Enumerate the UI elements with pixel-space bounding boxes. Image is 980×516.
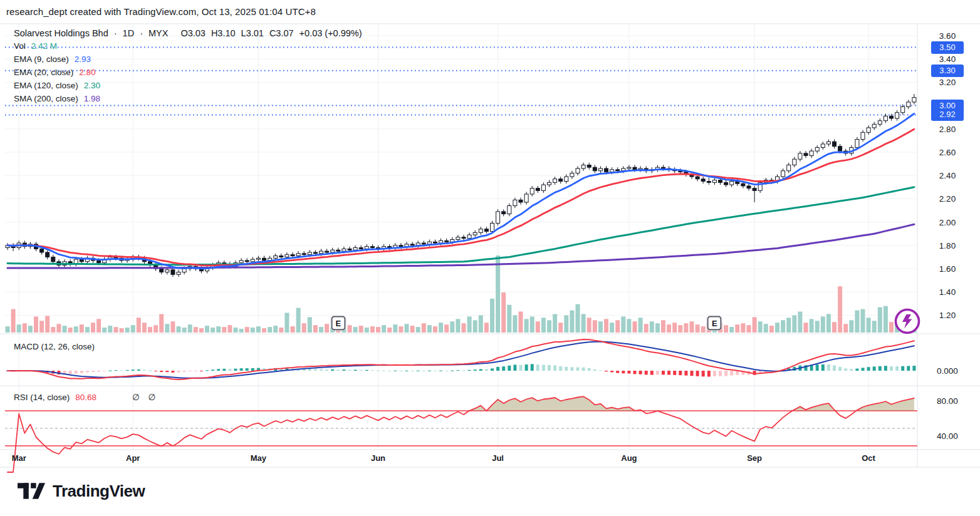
macd-line xyxy=(8,339,914,379)
volume-bar xyxy=(519,312,523,333)
tradingview-logo[interactable]: TradingView xyxy=(18,480,145,502)
volume-bar xyxy=(501,292,506,333)
earnings-event-badge[interactable]: E xyxy=(331,316,345,331)
volume-bar xyxy=(154,325,158,333)
macd-histogram-bar xyxy=(171,371,174,373)
candle-body xyxy=(536,188,540,191)
macd-histogram-bar xyxy=(645,371,648,374)
candle-body xyxy=(787,165,791,170)
time-axis-month-label: Jul xyxy=(492,453,504,463)
macd-histogram-bar xyxy=(907,366,910,371)
time-axis-month-label: Oct xyxy=(862,453,875,463)
volume-bar xyxy=(382,325,386,333)
volume-bar xyxy=(678,325,682,333)
candle-body xyxy=(263,258,266,261)
price-tick-label: 1.20 xyxy=(920,311,975,320)
rsi-legend-row[interactable]: RSI (14, close) 80.68 ∅ ∅ xyxy=(14,392,155,402)
macd-histogram-bar xyxy=(468,370,471,371)
macd-histogram-bar xyxy=(821,364,825,371)
price-level-badge[interactable]: 3.30 xyxy=(931,64,964,77)
rsi-value: 80.68 xyxy=(75,393,96,402)
volume-bar xyxy=(581,314,586,333)
candle-body xyxy=(308,252,311,255)
macd-histogram-bar xyxy=(394,371,397,371)
candle-body xyxy=(182,269,186,272)
candle-body xyxy=(581,165,585,168)
macd-histogram-bar xyxy=(724,371,727,376)
candle-body xyxy=(370,247,374,248)
volume-bar xyxy=(490,299,494,333)
earnings-event-badge[interactable]: E xyxy=(707,316,722,331)
sma200-legend-row[interactable]: SMA (200, close) 1.98 xyxy=(14,94,100,103)
volume-bar xyxy=(268,327,272,333)
ema9-legend-row[interactable]: EMA (9, close) 2.93 xyxy=(14,54,91,64)
macd-legend-row[interactable]: MACD (12, 26, close) xyxy=(14,342,95,351)
candle-body xyxy=(884,116,887,120)
macd-histogram-bar xyxy=(417,371,420,371)
candle-body xyxy=(724,182,728,185)
candle-body xyxy=(627,167,631,168)
macd-histogram-bar xyxy=(508,366,511,371)
volume-bar xyxy=(644,324,649,333)
volume-legend-row[interactable]: Vol 2.42 M xyxy=(14,41,57,51)
price-tick-label: 2.60 xyxy=(920,148,975,157)
symbol-legend-row[interactable]: Solarvest Holdings Bhd · 1D · MYX O3.03 … xyxy=(14,28,362,38)
volume-bar xyxy=(747,325,751,333)
candle-body xyxy=(456,237,460,240)
separator-dot: · xyxy=(114,28,117,38)
ohlc-change: +0.03 (+0.99%) xyxy=(300,28,362,38)
price-level-badge[interactable]: 3.50 xyxy=(931,41,964,54)
tradingview-wordmark: TradingView xyxy=(53,482,145,501)
macd-histogram-bar xyxy=(211,369,214,371)
candle-body xyxy=(348,249,352,250)
candle-body xyxy=(810,151,813,155)
volume-bar xyxy=(781,320,785,333)
candle-body xyxy=(861,132,865,139)
price-level-badge[interactable]: 2.92 xyxy=(931,108,964,121)
macd-histogram-bar xyxy=(542,364,545,371)
interval-label[interactable]: 1D xyxy=(123,28,135,38)
volume-bar xyxy=(815,321,820,333)
ema20-legend-row[interactable]: EMA (20, close) 2.80 xyxy=(14,68,96,77)
price-tick-label: 2.40 xyxy=(920,171,975,180)
chart-plot-area[interactable] xyxy=(0,0,980,516)
candle-body xyxy=(741,183,745,186)
ema120-legend-row[interactable]: EMA (120, close) 2.30 xyxy=(14,81,100,90)
volume-bar xyxy=(376,327,380,333)
candle-body xyxy=(605,168,608,172)
macd-histogram-bar xyxy=(69,371,72,374)
volume-bar xyxy=(313,325,318,333)
rsi-line xyxy=(8,396,914,472)
macd-histogram-bar xyxy=(80,371,83,373)
candle-body xyxy=(502,212,506,214)
candle-body xyxy=(171,270,175,274)
volume-bar xyxy=(661,320,665,333)
macd-histogram-bar xyxy=(639,371,642,374)
volume-bar xyxy=(28,326,33,333)
volume-bar xyxy=(884,306,888,333)
price-tick-label: 1.60 xyxy=(920,264,975,274)
volume-bar xyxy=(353,327,358,333)
volume-bar xyxy=(125,328,130,333)
macd-histogram-bar xyxy=(360,370,363,371)
macd-histogram-bar xyxy=(855,369,858,371)
macd-histogram-bar xyxy=(553,365,556,371)
candle-body xyxy=(781,171,785,177)
candle-body xyxy=(553,179,557,183)
volume-bar xyxy=(804,322,808,333)
candle-body xyxy=(753,188,756,191)
candle-body xyxy=(51,257,55,261)
time-axis-month-label: Apr xyxy=(126,453,140,463)
volume-bar xyxy=(701,326,706,333)
flash-event-marker[interactable] xyxy=(893,307,922,338)
volume-bar xyxy=(120,328,124,333)
volume-bar xyxy=(427,325,432,333)
volume-bar xyxy=(227,325,232,333)
candle-body xyxy=(598,168,602,171)
candle-body xyxy=(701,179,705,182)
volume-bar xyxy=(536,321,540,333)
macd-histogram-bar xyxy=(422,371,425,371)
macd-histogram-bar xyxy=(399,371,402,371)
volume-bar xyxy=(279,328,283,333)
volume-bar xyxy=(56,324,61,333)
